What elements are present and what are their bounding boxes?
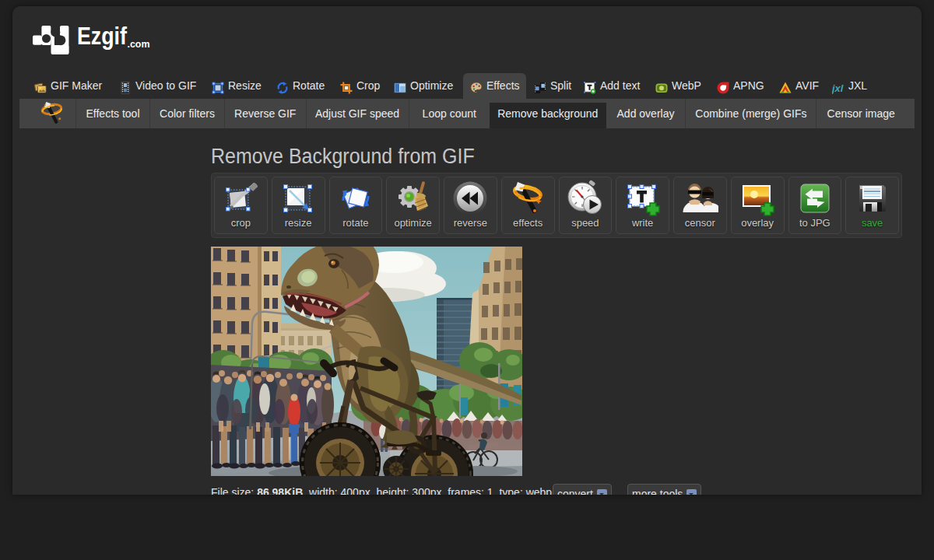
svg-text:jxl: jxl — [832, 82, 844, 93]
svg-text:.com: .com — [128, 39, 150, 50]
svg-text:Ezgif: Ezgif — [77, 25, 128, 50]
